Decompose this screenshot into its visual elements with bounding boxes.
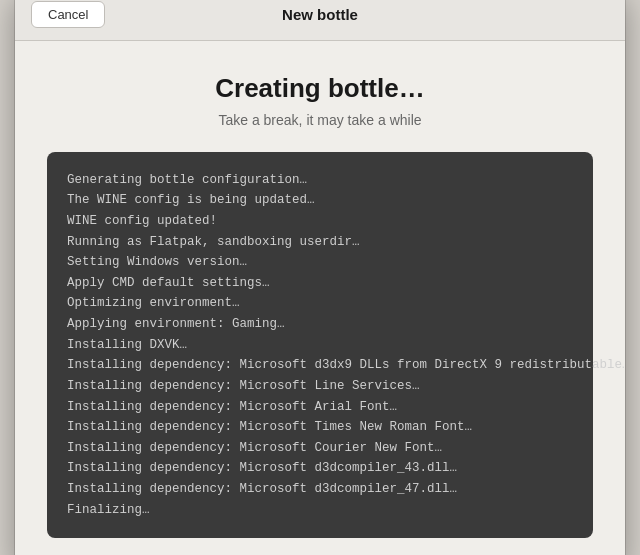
terminal-line: Applying environment: Gaming… [67, 314, 573, 335]
terminal-line: Installing dependency: Microsoft Times N… [67, 417, 573, 438]
terminal-line: Installing dependency: Microsoft Line Se… [67, 376, 573, 397]
terminal-line: Running as Flatpak, sandboxing userdir… [67, 232, 573, 253]
window-title: New bottle [282, 6, 358, 23]
cancel-button[interactable]: Cancel [31, 1, 105, 28]
page-heading: Creating bottle… [47, 73, 593, 104]
terminal-line: Installing dependency: Microsoft d3dcomp… [67, 458, 573, 479]
terminal-line: Installing DXVK… [67, 335, 573, 356]
window: Cancel New bottle Creating bottle… Take … [15, 0, 625, 555]
page-subtitle: Take a break, it may take a while [47, 112, 593, 128]
titlebar: Cancel New bottle [15, 0, 625, 41]
terminal-line: Apply CMD default settings… [67, 273, 573, 294]
terminal-line: Setting Windows version… [67, 252, 573, 273]
terminal-line: Installing dependency: Microsoft d3dx9 D… [67, 355, 573, 376]
terminal-line: Installing dependency: Microsoft Courier… [67, 438, 573, 459]
terminal-line: Generating bottle configuration… [67, 170, 573, 191]
terminal-line: The WINE config is being updated… [67, 190, 573, 211]
terminal-line: Installing dependency: Microsoft Arial F… [67, 397, 573, 418]
terminal-line: Finalizing… [67, 500, 573, 521]
content-area: Creating bottle… Take a break, it may ta… [15, 41, 625, 555]
terminal-line: WINE config updated! [67, 211, 573, 232]
terminal-line: Installing dependency: Microsoft d3dcomp… [67, 479, 573, 500]
terminal-line: Optimizing environment… [67, 293, 573, 314]
terminal-output: Generating bottle configuration…The WINE… [47, 152, 593, 539]
